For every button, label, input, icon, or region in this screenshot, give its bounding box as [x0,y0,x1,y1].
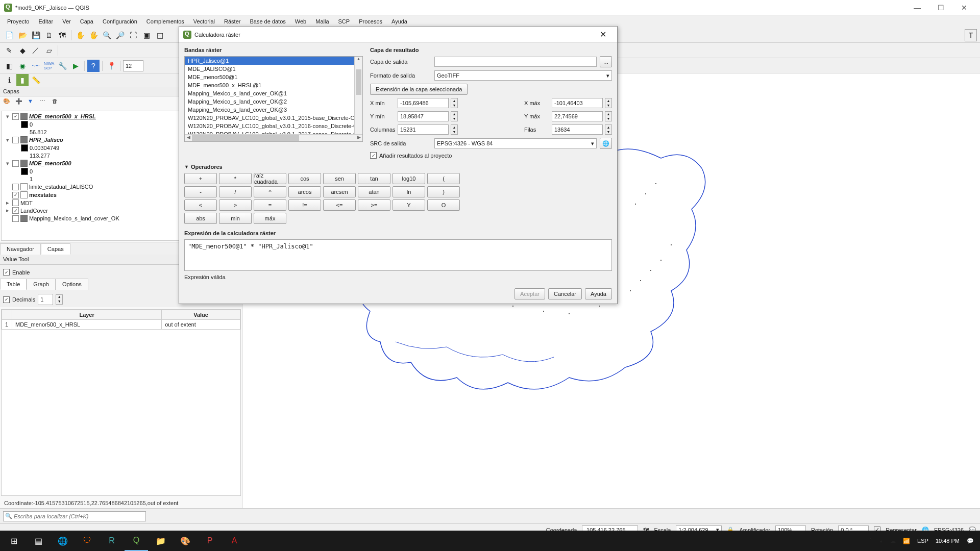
op-log10[interactable]: log10 [393,173,425,184]
marker-icon[interactable]: 📍 [105,60,117,72]
op-sqrt[interactable]: raíz cuadrada [254,173,286,184]
add-result-checkbox[interactable]: ✓ [370,152,377,159]
browse-button[interactable]: … [600,56,612,67]
crs-picker-button[interactable]: 🌐 [600,138,612,149]
op-tan[interactable]: tan [358,173,390,184]
list-item[interactable]: MDE_JALISCO@1 [185,65,362,73]
menu-malla[interactable]: Malla [311,17,333,26]
wifi-icon[interactable]: 📶 [903,538,910,544]
menu-configuracion[interactable]: Configuración [99,17,141,26]
vertical-scrollbar[interactable]: ▲ [354,57,362,134]
op-gte[interactable]: >= [358,199,390,211]
explorer-icon[interactable]: 📁 [149,531,173,551]
ymax-spinner[interactable]: ▲▼ [605,111,612,121]
menu-basedatos[interactable]: Base de datos [246,17,289,26]
layer-checkbox[interactable]: ✓ [12,207,19,214]
decimals-checkbox[interactable]: ✓ [3,296,10,303]
op-asin[interactable]: arcsen [323,186,356,197]
op-div[interactable]: / [219,186,252,197]
ymin-spinner[interactable]: ▲▼ [451,111,458,121]
scp-preview-icon[interactable]: 🔧 [56,60,68,72]
layer-name[interactable]: HPR_Jalisco [29,137,63,143]
op-lt[interactable]: < [184,199,217,211]
table-row[interactable]: 1MDE_menor500_x_HRSLout of extent [2,320,240,330]
op-atan[interactable]: atan [358,186,390,197]
op-min[interactable]: min [219,213,252,224]
tab-navegador[interactable]: Navegador [0,243,41,255]
output-layer-input[interactable] [434,57,597,67]
op-ln[interactable]: ln [393,186,425,197]
new-project-icon[interactable]: 📄 [3,29,15,41]
pan-icon[interactable]: ✋ [74,29,86,41]
menu-web[interactable]: Web [291,17,310,26]
dialog-close-button[interactable]: ✕ [593,30,613,39]
xmax-input[interactable]: -101,46403 [552,98,603,108]
list-item[interactable]: MDE_menor500_x_HRSL@1 [185,81,362,89]
crs-select[interactable]: EPSG:4326 - WGS 84▾ [434,138,597,148]
pan-to-selection-icon[interactable]: 🖐 [87,29,100,41]
chrome-icon[interactable]: 🌐 [51,531,75,551]
zoom-layer-icon[interactable]: ◱ [154,29,166,41]
enable-checkbox[interactable]: ✓ [3,269,10,276]
op-gt[interactable]: > [219,199,252,211]
op-abs[interactable]: abs [184,213,217,224]
help-icon[interactable]: ? [87,60,100,72]
op-lte[interactable]: <= [323,199,356,211]
zoom-out-icon[interactable]: 🔎 [114,29,126,41]
list-item[interactable]: Mapping_Mexico_s_land_cover_OK@3 [185,106,362,114]
layout-icon[interactable]: 🗺 [56,29,68,41]
layer-checkbox[interactable] [12,199,19,206]
op-max[interactable]: máx [254,213,286,224]
help-button[interactable]: Ayuda [585,288,612,299]
vertex-icon[interactable]: ◆ [16,44,29,57]
layer-checkbox[interactable] [12,160,19,167]
layer-checkbox[interactable] [12,137,19,143]
open-project-icon[interactable]: 📂 [16,29,29,41]
op-cos[interactable]: cos [288,173,321,184]
scp-roi-icon[interactable]: ◉ [16,60,29,72]
tab-table[interactable]: Table [0,279,27,290]
spin-down-icon[interactable]: ▼ [56,299,62,304]
expand-toggle[interactable]: ▾ [5,160,11,167]
saveas-icon[interactable]: 🗎 [43,29,55,41]
expand-icon[interactable]: ⋯ [40,98,50,108]
expand-toggle[interactable]: ▾ [5,113,11,120]
output-format-select[interactable]: GeoTIFF▾ [434,70,612,81]
extent-button[interactable]: Extensión de la capa seleccionada [370,84,468,95]
menu-editar[interactable]: Editar [34,17,57,26]
operators-header[interactable]: Operadores [184,164,612,170]
ok-button[interactable]: Aceptar [514,288,545,299]
layer-name[interactable]: MDT [20,200,33,206]
op-lparen[interactable]: ( [427,173,460,184]
locator-input[interactable] [3,511,146,521]
layer-name[interactable]: LandCover [20,208,48,214]
layer-name[interactable]: MDE_menor500 [29,160,71,166]
menu-complementos[interactable]: Complementos [142,17,188,26]
poly-icon[interactable]: ▱ [43,44,55,57]
powerpoint-icon[interactable]: P [198,531,222,551]
onedrive-icon[interactable]: ☁ [890,538,896,544]
toolbar-number-input[interactable]: 12 [123,60,143,71]
brave-icon[interactable]: 🛡 [76,531,99,551]
xmax-spinner[interactable]: ▲▼ [605,98,612,108]
cols-input[interactable]: 15231 [398,124,449,135]
remove-icon[interactable]: 🗑 [52,98,62,108]
expand-toggle[interactable]: ▸ [5,207,11,214]
decimals-input[interactable]: 1 [38,294,53,305]
op-rparen[interactable]: ) [427,186,460,197]
measure-icon[interactable]: 📏 [30,74,42,86]
menu-ayuda[interactable]: Ayuda [387,17,411,26]
layer-checkbox[interactable]: ✓ [12,192,19,198]
tray-up-icon[interactable]: ˄ [869,538,872,544]
close-button[interactable]: ✕ [952,0,976,15]
xmin-input[interactable]: -105,69486 [398,98,449,108]
ymax-input[interactable]: 22,74569 [552,111,603,121]
scp-label-icon[interactable]: NIWASCP [43,60,55,72]
edit-icon[interactable]: ✎ [3,44,15,57]
layer-checkbox[interactable] [12,184,19,190]
spin-up-icon[interactable]: ▲ [56,295,62,299]
filter-icon[interactable]: ▼ [28,98,38,108]
zoom-selection-icon[interactable]: ▣ [140,29,153,41]
style-icon[interactable]: 🎨 [3,98,13,108]
list-item[interactable]: W120N20_PROBAV_LC100_global_v3.0.1_2016-… [185,122,362,130]
